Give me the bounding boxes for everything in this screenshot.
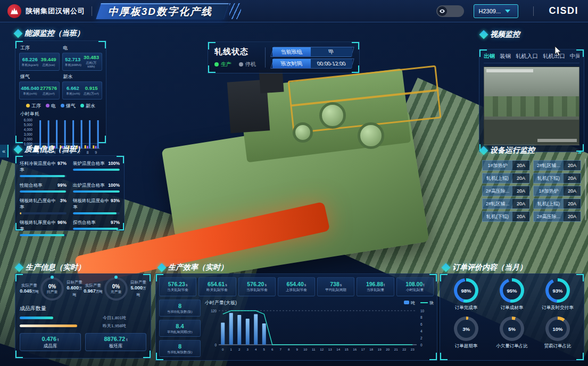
shift-team-badge: 当前班组 甲	[270, 47, 354, 57]
status-producing[interactable]: 生产	[214, 61, 231, 68]
svg-text:6,000: 6,000	[24, 118, 33, 122]
legend-bars[interactable]: 吨	[404, 300, 415, 306]
donut-ring: 98%	[454, 278, 478, 303]
legend-item[interactable]: 工序	[26, 103, 41, 110]
finished-stock-card[interactable]: 0.476t成品库	[20, 333, 81, 351]
daily-output-ring: 0%日产量	[40, 277, 64, 301]
svg-text:8: 8	[288, 347, 290, 351]
efficiency-stat: 738s平均轧制周期	[317, 277, 354, 296]
tab-camera[interactable]: 出钢	[484, 53, 495, 60]
svg-text:3: 3	[247, 347, 249, 351]
monthly-target: 目标产量5.000万吨	[129, 280, 147, 297]
heat-number-dropdown[interactable]: H2309...	[474, 4, 518, 18]
tab-camera[interactable]: 轧机入口	[516, 53, 538, 60]
svg-text:9: 9	[95, 151, 97, 154]
equipment-scrollbar[interactable]	[585, 159, 586, 220]
svg-text:5,000: 5,000	[24, 123, 33, 127]
efficiency-stat: 108.00t小时轧制量	[396, 277, 434, 296]
camera-feed[interactable]	[484, 66, 579, 145]
progress-bar	[20, 234, 67, 236]
equipment-item[interactable]: 1#加热炉20A	[482, 160, 530, 171]
efficiency-panel-title: 生产效率（实时）	[159, 263, 228, 272]
visibility-toggle[interactable]	[436, 5, 464, 17]
svg-text:2: 2	[238, 347, 241, 351]
equipment-item[interactable]: 轧机(下辊)20A	[482, 211, 530, 222]
legend-item[interactable]: 煤气	[61, 103, 76, 110]
order-metric: 95%订单成材率	[489, 278, 535, 311]
status-dot	[214, 62, 219, 66]
energy-card: 52.713单耗(kWh/t) 30.483总耗(万kWh)	[62, 53, 103, 71]
monthly-actual: 实际产量0.967万吨	[84, 283, 103, 294]
tab-camera[interactable]: 装钢	[500, 53, 511, 60]
legend-item[interactable]: 新水	[80, 103, 95, 110]
efficiency-stat: 654.40s上班轧制节奏	[278, 277, 315, 296]
tab-camera[interactable]: 中间冷	[570, 53, 579, 60]
quality-item: 坯料冷装温度命中率97%	[20, 161, 67, 177]
company-name: 陕钢集团汉钢公司	[26, 6, 85, 16]
line-status-legend: 生产 停机	[214, 61, 259, 68]
page-title: 中厚板3D数字化产线	[108, 5, 212, 19]
status-stopped[interactable]: 停机	[239, 61, 256, 68]
cylinder-tank	[358, 122, 384, 149]
equipment-panel: 1#加热炉20A 2#轧区辅...20A 轧机(上辊)20A 轧机(下辊)20A…	[479, 157, 584, 223]
line-status-title: 轧线状态	[214, 47, 259, 57]
equipment-item[interactable]: 轧机(下辊)20A	[533, 173, 581, 184]
equipment-item[interactable]: 1#加热炉20A	[533, 186, 581, 196]
svg-text:10: 10	[303, 347, 307, 351]
svg-text:7: 7	[280, 347, 282, 351]
production-panel-title: 生产信息（实时）	[16, 263, 85, 272]
equipment-item[interactable]: 2#轧区辅...20A	[482, 198, 530, 209]
side-stat: 8当班轧制块数(块)	[159, 340, 201, 357]
equipment-item[interactable]: 轧机(上辊)20A	[533, 198, 581, 209]
company-logo-icon	[7, 4, 21, 18]
legend-item[interactable]: 电	[46, 103, 56, 110]
svg-text:0: 0	[222, 347, 224, 351]
svg-text:16: 16	[353, 347, 357, 351]
divider	[92, 6, 92, 16]
diamond-icon	[479, 146, 488, 155]
quality-panel: 坯料冷装温度命中率97% 装炉温度合格率100% 性能合格率99% 出炉温度合格…	[15, 155, 125, 231]
svg-text:1: 1	[230, 347, 233, 351]
svg-text:4: 4	[420, 329, 423, 333]
diamond-icon	[15, 263, 24, 272]
svg-text:6: 6	[271, 347, 274, 351]
expand-icon[interactable]: »	[578, 148, 582, 156]
diamond-icon	[442, 263, 451, 272]
collapse-tab[interactable]: «	[0, 145, 9, 157]
equipment-item[interactable]: 轧机(上辊)20A	[482, 173, 530, 184]
stock-bar-today: 今日1,801吨	[20, 315, 146, 321]
side-stat: 8.4平均轧制周期(分)	[159, 320, 201, 337]
equipment-item[interactable]: 2#轧区辅...20A	[533, 160, 581, 171]
efficiency-stat: 576.20s当班轧制节奏	[238, 277, 276, 296]
svg-text:23: 23	[411, 347, 415, 351]
cisdi-logo: CISDI	[549, 5, 578, 16]
svg-text:22: 22	[402, 347, 406, 351]
progress-bar	[20, 212, 67, 214]
orders-panel-title: 订单评价内容（当月）	[443, 263, 527, 272]
page-title-plaque: 中厚板3D数字化产线	[96, 3, 229, 19]
progress-bar	[20, 190, 67, 193]
energy-card: 68.226单耗(kgce/t) 39.449总耗(tce)	[19, 53, 60, 71]
energy-legend: 工序 电 煤气 新水	[19, 103, 102, 110]
svg-text:4,000: 4,000	[24, 128, 33, 131]
svg-text:120: 120	[211, 309, 217, 313]
svg-text:18: 18	[369, 347, 373, 351]
order-metric: 98%订单完成率	[443, 278, 489, 311]
quality-item: 钢板终轧温度命中率93%	[73, 198, 120, 214]
slab-stock-card[interactable]: 8876.72t板坯库	[85, 333, 146, 351]
legend-line[interactable]: 块	[420, 300, 434, 306]
efficiency-stat: 576.23s当天轧制节奏	[159, 277, 196, 296]
efficiency-panel: 576.23s当天轧制节奏 654.61s昨天轧制节奏 576.20s当班轧制节…	[155, 273, 437, 361]
svg-text:0: 0	[420, 343, 423, 347]
divider	[265, 47, 266, 68]
legend-dot	[80, 104, 84, 107]
energy-group: 电 52.713单耗(kWh/t) 30.483总耗(万kWh)	[62, 45, 103, 71]
svg-text:2: 2	[420, 336, 423, 340]
donut-ring: 95%	[500, 278, 524, 303]
equipment-item[interactable]: 2#高压除...20A	[533, 211, 581, 222]
quality-panel-title: 质量信息（当班）	[15, 145, 84, 154]
energy-group: 煤气 486.040单耗(m³/t) 277576总耗(m³)	[19, 73, 60, 99]
energy-group: 工序 68.226单耗(kgce/t) 39.449总耗(tce)	[19, 45, 60, 71]
legend-dot	[46, 104, 49, 107]
equipment-item[interactable]: 2#高压除...20A	[482, 186, 530, 196]
